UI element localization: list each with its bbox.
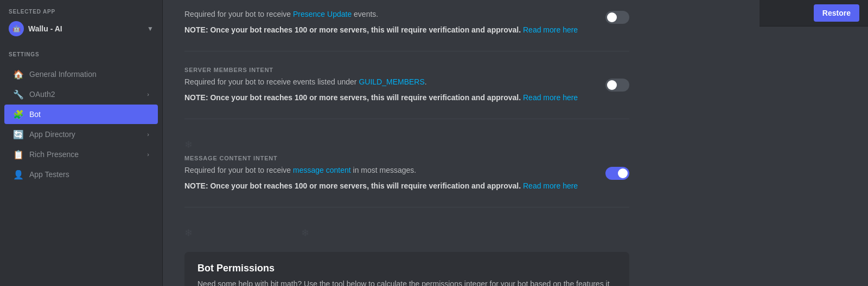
selected-app-section: SELECTED APP 🤖 Wallu - AI ▼: [0, 9, 162, 47]
toggle-track-on: [605, 167, 629, 180]
toggle-thumb: [607, 80, 617, 90]
toggle-track: [605, 79, 629, 92]
intent-content: Required for your bot to receive Presenc…: [184, 9, 595, 36]
presence-read-more-link[interactable]: Read more here: [523, 25, 578, 34]
intent-content: Required for your bot to receive events …: [184, 76, 595, 103]
sidebar-nav: 🏠 General Information 🔧 OAuth2 › 🧩 Bot 🔄…: [0, 64, 162, 185]
message-content-read-more-link[interactable]: Read more here: [523, 181, 578, 190]
person-icon: 👤: [13, 169, 24, 180]
presence-intent-toggle[interactable]: [605, 11, 629, 24]
sidebar-item-rich-presence[interactable]: 📋 Rich Presence ›: [4, 145, 158, 164]
compass-icon: 🔄: [13, 129, 24, 140]
selected-app-label: SELECTED APP: [9, 9, 154, 15]
chevron-down-icon: ▼: [147, 25, 154, 32]
intent-header-row: Required for your bot to receive events …: [184, 76, 629, 103]
presence-update-intent-section: Required for your bot to receive Presenc…: [184, 9, 629, 51]
message-content-toggle-container: [605, 165, 629, 180]
intent-header-row: Required for your bot to receive message…: [184, 165, 629, 192]
snowflake-icon-right: ❄: [301, 227, 309, 239]
presence-update-link[interactable]: Presence Update: [293, 10, 352, 18]
bot-permissions-section: Bot Permissions Need some help with bit …: [184, 252, 629, 286]
server-members-intent-title: SERVER MEMBERS INTENT: [184, 67, 629, 73]
sidebar-item-label: General Information: [29, 70, 149, 79]
message-content-link[interactable]: message content: [293, 166, 351, 174]
main-content: Restore Required for your bot to receive…: [163, 0, 868, 286]
restore-button[interactable]: Restore: [814, 4, 859, 22]
message-content-intent-title: MESSAGE CONTENT INTENT: [184, 155, 629, 161]
server-members-read-more-link[interactable]: Read more here: [523, 93, 578, 102]
sidebar: SELECTED APP 🤖 Wallu - AI ▼ SETTINGS 🏠 G…: [0, 0, 163, 286]
presence-toggle-container: [605, 9, 629, 24]
message-content-description: Required for your bot to receive message…: [184, 165, 595, 176]
chevron-right-icon: ›: [147, 91, 149, 98]
sidebar-item-general-information[interactable]: 🏠 General Information: [4, 64, 158, 84]
content-inner: Required for your bot to receive Presenc…: [163, 0, 651, 286]
message-content-note: NOTE: Once your bot reaches 100 or more …: [184, 180, 595, 192]
restore-area: Restore: [760, 0, 868, 27]
message-content-intent-toggle[interactable]: [605, 167, 629, 180]
toggle-track: [605, 11, 629, 24]
wrench-icon: 🔧: [13, 89, 24, 100]
sidebar-item-bot[interactable]: 🧩 Bot: [4, 105, 158, 124]
toggle-thumb: [618, 168, 628, 178]
server-members-intent-section: SERVER MEMBERS INTENT Required for your …: [184, 67, 629, 119]
settings-section-label: SETTINGS: [0, 47, 162, 62]
bot-permissions-title: Bot Permissions: [197, 263, 616, 274]
guild-members-link[interactable]: GUILD_MEMBERS: [359, 77, 424, 86]
app-icon: 🤖: [9, 21, 24, 36]
snowflake-icon-left: ❄: [184, 227, 193, 239]
server-members-toggle-container: [605, 76, 629, 92]
intent-header-row: Required for your bot to receive Presenc…: [184, 9, 629, 36]
puzzle-icon: 🧩: [13, 109, 24, 120]
sidebar-item-oauth2[interactable]: 🔧 OAuth2 ›: [4, 84, 158, 104]
sidebar-item-label: Bot: [29, 110, 149, 119]
snowflake-divider: ❄: [184, 134, 629, 155]
server-members-description: Required for your bot to receive events …: [184, 76, 595, 88]
server-members-intent-toggle[interactable]: [605, 79, 629, 92]
presence-note: NOTE: Once your bot reaches 100 or more …: [184, 24, 595, 36]
snowflake-icon: ❄: [184, 139, 193, 151]
presence-description: Required for your bot to receive Presenc…: [184, 9, 595, 20]
home-icon: 🏠: [13, 69, 24, 80]
chevron-right-icon: ›: [147, 131, 149, 138]
intent-content: Required for your bot to receive message…: [184, 165, 595, 192]
sidebar-item-label: OAuth2: [29, 90, 142, 99]
document-icon: 📋: [13, 149, 24, 160]
message-content-intent-section: MESSAGE CONTENT INTENT Required for your…: [184, 155, 629, 207]
toggle-thumb: [607, 12, 617, 22]
bot-permissions-description: Need some help with bit math? Use the to…: [197, 278, 616, 286]
snowflakes-row: ❄ ❄: [184, 223, 629, 243]
sidebar-item-label: Rich Presence: [29, 150, 142, 159]
sidebar-item-app-testers[interactable]: 👤 App Testers: [4, 165, 158, 184]
sidebar-item-app-directory[interactable]: 🔄 App Directory ›: [4, 125, 158, 144]
server-members-note: NOTE: Once your bot reaches 100 or more …: [184, 92, 595, 103]
sidebar-item-label: App Directory: [29, 130, 142, 139]
sidebar-item-label: App Testers: [29, 170, 149, 179]
app-name: Wallu - AI: [28, 24, 143, 33]
chevron-right-icon: ›: [147, 151, 149, 158]
app-selector-dropdown[interactable]: 🤖 Wallu - AI ▼: [9, 19, 154, 38]
